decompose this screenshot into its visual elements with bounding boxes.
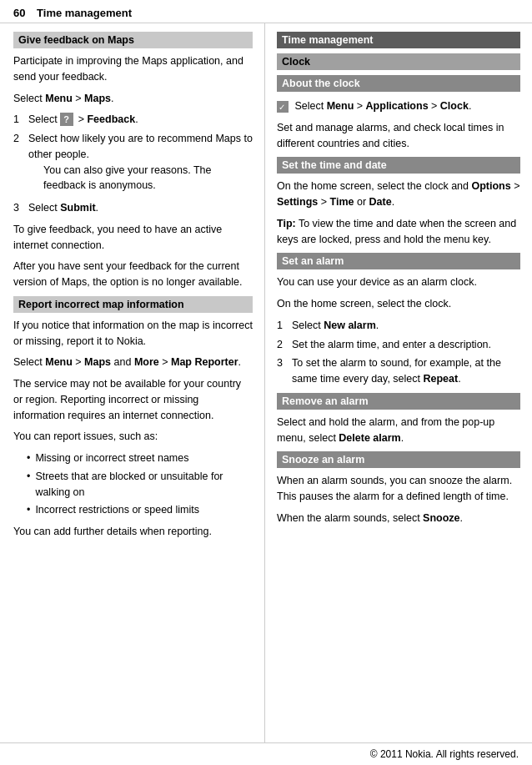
- snooze-alarm-heading: Snooze an alarm: [277, 451, 520, 468]
- feedback-para4: After you have sent your feedback for th…: [13, 259, 253, 290]
- set-time-tip: Tip: To view the time and date when the …: [277, 216, 520, 248]
- remove-alarm-para1: Select and hold the alarm, and from the …: [277, 415, 520, 446]
- bullet-item-1: Missing or incorrect street names: [27, 450, 253, 466]
- header-bar: 60 Time management: [0, 0, 532, 23]
- header-title: Time management: [37, 7, 132, 19]
- about-clock-para1: Select Menu > Applications > Clock.: [277, 98, 520, 114]
- left-column: Give feedback on Maps Participate in imp…: [0, 23, 265, 742]
- give-feedback-heading: Give feedback on Maps: [13, 32, 253, 48]
- page: 60 Time management Give feedback on Maps…: [0, 0, 532, 765]
- feedback-para1: Participate in improving the Maps applic…: [13, 53, 253, 85]
- feedback-para2: Select Menu > Maps.: [13, 91, 253, 107]
- alarm-step-3: 3 To set the alarm to sound, for example…: [277, 355, 520, 387]
- feedback-step-3: 3 Select Submit.: [13, 200, 253, 216]
- page-number: 60: [13, 7, 25, 19]
- report-para3: The service may not be available for you…: [13, 376, 253, 423]
- question-icon: [60, 113, 73, 126]
- feedback-steps: 1 Select > Feedback. 2 Select how likely…: [13, 112, 253, 216]
- alarm-steps: 1 Select New alarm. 2 Set the alarm time…: [277, 318, 520, 387]
- bullet-item-2: Streets that are blocked or unsuitable f…: [27, 469, 253, 501]
- right-column: Time management Clock About the clock Se…: [265, 23, 532, 742]
- snooze-alarm-para2: When the alarm sounds, select Snooze.: [277, 511, 520, 526]
- feedback-step-2: 2 Select how likely you are to recommend…: [13, 131, 253, 197]
- report-para1: If you notice that information on the ma…: [13, 318, 253, 350]
- report-para2: Select Menu > Maps and More > Map Report…: [13, 355, 253, 370]
- checkmark-icon: [277, 101, 289, 113]
- feedback-step-2-indent: You can also give your reasons. The feed…: [28, 163, 253, 194]
- time-management-title: Time management: [277, 32, 520, 48]
- clock-heading: Clock: [277, 53, 520, 70]
- report-heading: Report incorrect map information: [13, 296, 253, 313]
- set-alarm-para1: You can use your device as an alarm cloc…: [277, 274, 520, 290]
- snooze-alarm-para1: When an alarm sounds, you can snooze the…: [277, 473, 520, 505]
- set-time-heading: Set the time and date: [277, 157, 520, 174]
- feedback-step-1: 1 Select > Feedback.: [13, 112, 253, 128]
- set-alarm-para2: On the home screen, select the clock.: [277, 296, 520, 312]
- about-clock-para2: Set and manage alarms, and check local t…: [277, 120, 520, 152]
- footer-text: © 2011 Nokia. All rights reserved.: [370, 748, 519, 760]
- report-para5: You can add further details when reporti…: [13, 524, 253, 540]
- footer: © 2011 Nokia. All rights reserved.: [0, 742, 532, 765]
- alarm-step-1: 1 Select New alarm.: [277, 318, 520, 334]
- alarm-step-2: 2 Set the alarm time, and enter a descri…: [277, 337, 520, 353]
- report-para4: You can report issues, such as:: [13, 429, 253, 445]
- main-content: Give feedback on Maps Participate in imp…: [0, 23, 532, 742]
- feedback-para3: To give feedback, you need to have an ac…: [13, 222, 253, 254]
- set-time-para1: On the home screen, select the clock and…: [277, 179, 520, 210]
- about-clock-heading: About the clock: [277, 75, 520, 92]
- remove-alarm-heading: Remove an alarm: [277, 393, 520, 410]
- set-alarm-heading: Set an alarm: [277, 253, 520, 269]
- report-bullets: Missing or incorrect street names Street…: [27, 450, 253, 518]
- bullet-item-3: Incorrect restrictions or speed limits: [27, 502, 253, 518]
